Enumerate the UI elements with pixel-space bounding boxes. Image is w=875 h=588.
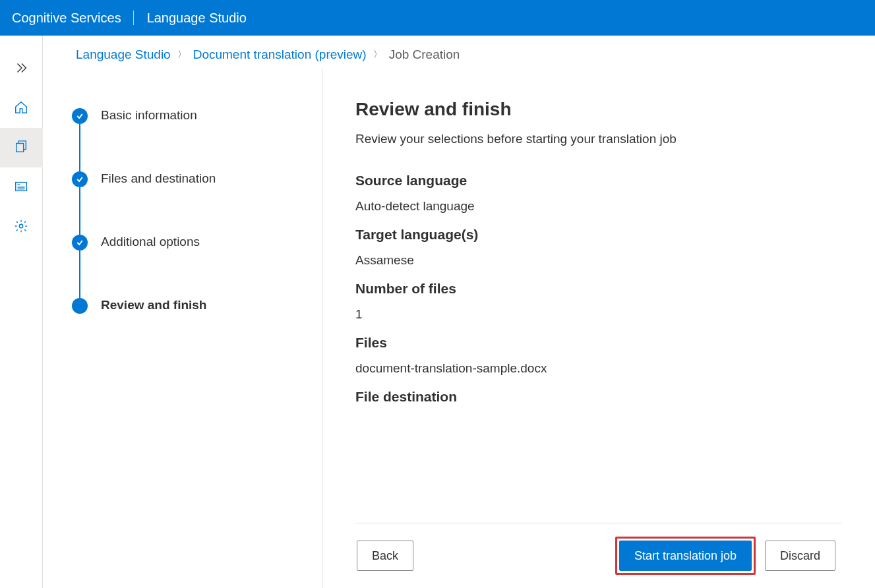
step-label: Additional options xyxy=(101,235,200,249)
target-language-value: Assamese xyxy=(355,253,842,268)
rail-item-form[interactable] xyxy=(0,167,43,207)
step-status-icon xyxy=(72,171,88,187)
step-files-destination[interactable]: Files and destination xyxy=(72,171,322,187)
step-additional-options[interactable]: Additional options xyxy=(72,235,322,250)
file-destination-label: File destination xyxy=(355,389,842,405)
breadcrumb-current: Job Creation xyxy=(389,47,460,62)
step-review-finish[interactable]: Review and finish xyxy=(72,298,322,314)
chevron-right-icon: 〉 xyxy=(177,49,187,61)
form-icon xyxy=(14,179,28,196)
rail-item-translate[interactable] xyxy=(0,128,43,167)
gear-icon xyxy=(14,219,28,235)
step-label: Basic information xyxy=(101,108,197,123)
page-title: Review and finish xyxy=(355,99,842,120)
files-label: Files xyxy=(355,335,842,351)
top-bar: Cognitive Services Language Studio xyxy=(0,0,875,36)
check-icon xyxy=(76,239,84,247)
breadcrumb: Language Studio 〉 Document translation (… xyxy=(43,36,875,69)
topbar-divider xyxy=(133,11,134,25)
step-label: Review and finish xyxy=(101,298,206,312)
source-language-label: Source language xyxy=(355,173,842,189)
content-column: Language Studio 〉 Document translation (… xyxy=(43,36,875,588)
svg-point-5 xyxy=(19,224,23,228)
check-icon xyxy=(76,175,84,183)
step-basic-info[interactable]: Basic information xyxy=(72,108,322,124)
target-language-label: Target language(s) xyxy=(355,227,842,243)
review-panel: Review and finish Review your selections… xyxy=(322,69,875,588)
step-label: Files and destination xyxy=(101,171,216,186)
main-area: Language Studio 〉 Document translation (… xyxy=(0,36,875,588)
step-connector xyxy=(79,250,80,298)
review-scroll: Review and finish Review your selections… xyxy=(355,99,842,523)
source-language-value: Auto-detect language xyxy=(355,199,842,214)
svg-rect-1 xyxy=(16,182,27,191)
back-button[interactable]: Back xyxy=(357,541,413,571)
page-subtitle: Review your selections before starting y… xyxy=(355,132,842,146)
rail-item-home[interactable] xyxy=(0,88,43,128)
side-rail xyxy=(0,36,43,588)
step-status-icon xyxy=(72,108,88,124)
wizard-columns: Basic information Files and destination … xyxy=(43,69,875,588)
step-status-icon xyxy=(72,298,88,314)
chevron-right-icon: 〉 xyxy=(373,49,382,61)
discard-button[interactable]: Discard xyxy=(765,541,835,571)
step-connector xyxy=(79,187,80,235)
svg-rect-0 xyxy=(16,143,24,152)
number-of-files-label: Number of files xyxy=(355,281,842,297)
wizard-stepper: Basic information Files and destination … xyxy=(72,69,322,588)
wizard-footer: Back Start translation job Discard xyxy=(355,523,842,588)
check-icon xyxy=(76,112,84,120)
step-status-icon xyxy=(72,235,88,250)
service-name[interactable]: Cognitive Services xyxy=(12,11,121,26)
step-connector xyxy=(79,124,80,171)
annotation-highlight: Start translation job xyxy=(615,537,756,575)
breadcrumb-link-doctrans[interactable]: Document translation (preview) xyxy=(193,47,367,62)
start-translation-button[interactable]: Start translation job xyxy=(619,541,752,571)
chevrons-right-icon xyxy=(14,61,28,77)
breadcrumb-link-studio[interactable]: Language Studio xyxy=(76,47,171,62)
document-stack-icon xyxy=(14,140,28,156)
home-icon xyxy=(14,100,28,117)
number-of-files-value: 1 xyxy=(355,307,842,322)
rail-item-settings[interactable] xyxy=(0,207,43,247)
expand-rail-button[interactable] xyxy=(0,49,43,88)
studio-name[interactable]: Language Studio xyxy=(147,11,247,26)
files-value: document-translation-sample.docx xyxy=(355,361,842,376)
